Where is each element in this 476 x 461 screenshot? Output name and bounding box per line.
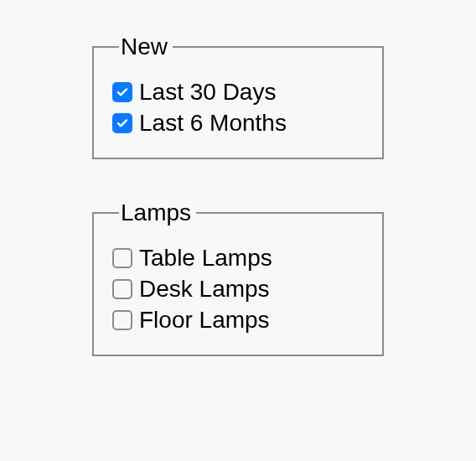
option-row: Desk Lamps [112,274,364,303]
fieldset-lamps: Lamps Table Lamps Desk Lamps Floor Lamps [92,199,384,356]
checkbox-last-30-days[interactable] [112,82,132,102]
checkmark-icon [116,117,129,130]
checkbox-desk-lamps[interactable] [112,279,132,299]
option-row: Last 30 Days [112,77,364,106]
checkbox-label-desk-lamps[interactable]: Desk Lamps [139,274,270,303]
checkbox-table-lamps[interactable] [112,248,132,268]
checkbox-label-last-6-months[interactable]: Last 6 Months [139,108,287,137]
checkbox-label-last-30-days[interactable]: Last 30 Days [139,77,276,106]
checkbox-label-floor-lamps[interactable]: Floor Lamps [139,305,270,334]
option-row: Last 6 Months [112,108,364,137]
checkmark-icon [116,85,129,99]
legend-new: New [119,34,173,60]
checkbox-label-table-lamps[interactable]: Table Lamps [139,243,272,272]
option-row: Floor Lamps [112,305,364,334]
checkbox-last-6-months[interactable] [112,113,132,133]
checkbox-floor-lamps[interactable] [112,310,132,330]
option-row: Table Lamps [112,243,364,272]
fieldset-new: New Last 30 Days Last 6 Months [92,34,384,159]
legend-lamps: Lamps [119,199,196,226]
